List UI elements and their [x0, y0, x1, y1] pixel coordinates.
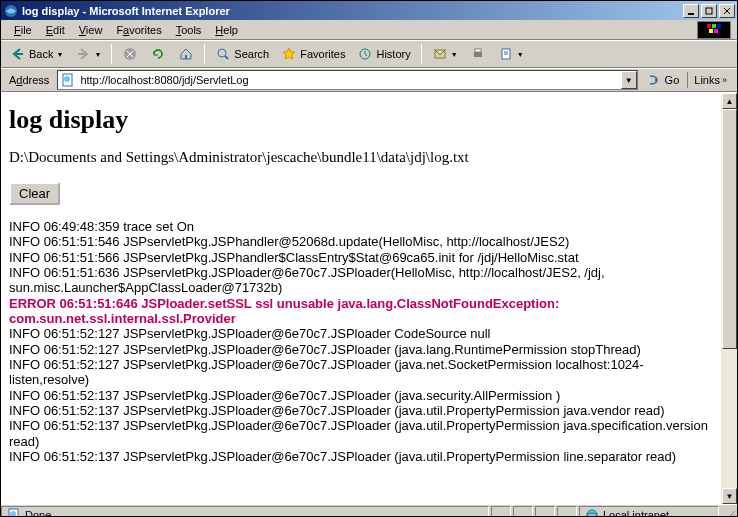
home-icon: [178, 46, 194, 62]
log-line: INFO 06:51:52:137 JSPservletPkg.JSPloade…: [9, 403, 711, 418]
status-text: Done: [25, 509, 51, 518]
menu-tools[interactable]: Tools: [169, 22, 209, 38]
vertical-scrollbar[interactable]: ▲ ▼: [721, 93, 737, 504]
favorites-label: Favorites: [300, 48, 345, 60]
svg-rect-8: [709, 29, 713, 33]
log-line: ERROR 06:51:51:646 JSPloader.setSSL ssl …: [9, 296, 711, 327]
toolbar-separator: [204, 44, 205, 64]
back-button[interactable]: Back ▼: [5, 43, 68, 65]
page-icon: [60, 72, 76, 88]
svg-point-26: [10, 511, 16, 517]
print-icon: [470, 46, 486, 62]
chevron-down-icon: ▼: [517, 51, 524, 58]
menu-view[interactable]: View: [72, 22, 110, 38]
back-arrow-icon: [10, 46, 26, 62]
ie-app-icon: [3, 3, 19, 19]
history-icon: [357, 46, 373, 62]
go-label: Go: [665, 74, 680, 86]
menu-favorites[interactable]: Favorites: [109, 22, 168, 38]
address-dropdown-arrow[interactable]: ▼: [621, 71, 637, 89]
chevron-down-icon: ▼: [94, 51, 101, 58]
favorites-button[interactable]: Favorites: [276, 43, 350, 65]
svg-rect-7: [717, 24, 721, 28]
status-main-pane: Done: [1, 506, 489, 518]
forward-button[interactable]: ▼: [70, 43, 106, 65]
refresh-icon: [150, 46, 166, 62]
menu-edit[interactable]: Edit: [39, 22, 72, 38]
address-field[interactable]: http://localhost:8080/jdj/ServletLog ▼: [57, 70, 637, 90]
log-line: INFO 06:51:52:137 JSPservletPkg.JSPloade…: [9, 418, 711, 449]
search-label: Search: [234, 48, 269, 60]
status-pane: [535, 506, 555, 518]
scroll-down-arrow[interactable]: ▼: [722, 488, 737, 504]
forward-arrow-icon: [75, 46, 91, 62]
status-pane: [513, 506, 533, 518]
content-area: log display D:\Documents and Settings\Ad…: [1, 92, 737, 504]
maximize-button[interactable]: [701, 4, 717, 18]
links-pane[interactable]: Links »: [687, 72, 733, 88]
star-icon: [281, 46, 297, 62]
svg-point-14: [218, 49, 226, 57]
log-line: INFO 06:51:51:566 JSPservletPkg.JSPhandl…: [9, 250, 711, 265]
log-line: INFO 06:51:52:127 JSPservletPkg.JSPloade…: [9, 357, 711, 388]
clear-button[interactable]: Clear: [9, 182, 60, 205]
resize-grip[interactable]: [721, 507, 737, 518]
toolbar-separator: [111, 44, 112, 64]
menu-bar: File Edit View Favorites Tools Help: [1, 20, 737, 40]
print-button[interactable]: [465, 43, 491, 65]
menu-file[interactable]: File: [7, 22, 39, 38]
zone-label: Local intranet: [603, 509, 669, 518]
refresh-button[interactable]: [145, 43, 171, 65]
log-line: INFO 06:51:52:127 JSPservletPkg.JSPloade…: [9, 342, 711, 357]
mail-button[interactable]: ▼: [427, 43, 463, 65]
svg-rect-19: [475, 49, 481, 52]
svg-rect-6: [712, 24, 716, 28]
chevron-down-icon: ▼: [56, 51, 63, 58]
back-label: Back: [29, 48, 53, 60]
close-button[interactable]: [719, 4, 735, 18]
address-url: http://localhost:8080/jdj/ServletLog: [78, 74, 620, 86]
home-button[interactable]: [173, 43, 199, 65]
log-line: INFO 06:51:52:137 JSPservletPkg.JSPloade…: [9, 388, 711, 403]
svg-point-24: [64, 76, 70, 82]
history-label: History: [376, 48, 410, 60]
log-line: INFO 06:49:48:359 trace set On: [9, 219, 711, 234]
security-zone-pane: Local intranet: [579, 506, 719, 518]
log-line: INFO 06:51:52:137 JSPservletPkg.JSPloade…: [9, 449, 711, 464]
log-output: INFO 06:49:48:359 trace set OnINFO 06:51…: [9, 219, 711, 464]
address-label: Address: [5, 74, 53, 86]
minimize-button[interactable]: [683, 4, 699, 18]
scroll-up-arrow[interactable]: ▲: [722, 93, 737, 109]
chevron-right-icon: »: [722, 75, 727, 85]
status-pane: [557, 506, 577, 518]
page-icon: [6, 507, 22, 518]
edit-button[interactable]: ▼: [493, 43, 529, 65]
svg-rect-5: [707, 24, 711, 28]
log-line: INFO 06:51:51:546 JSPservletPkg.JSPhandl…: [9, 234, 711, 249]
svg-rect-2: [706, 8, 712, 14]
history-button[interactable]: History: [352, 43, 415, 65]
stop-icon: [122, 46, 138, 62]
toolbar-separator: [421, 44, 422, 64]
page-content: log display D:\Documents and Settings\Ad…: [1, 93, 721, 504]
edit-icon: [498, 46, 514, 62]
log-line: INFO 06:51:52:127 JSPservletPkg.JSPloade…: [9, 326, 711, 341]
svg-line-29: [725, 511, 735, 518]
go-button[interactable]: Go: [642, 70, 684, 90]
status-pane: [491, 506, 511, 518]
menu-help[interactable]: Help: [208, 22, 245, 38]
svg-rect-18: [474, 52, 482, 57]
svg-line-15: [225, 56, 228, 59]
scroll-thumb[interactable]: [722, 109, 737, 349]
chevron-down-icon: ▼: [451, 51, 458, 58]
svg-rect-13: [185, 55, 187, 59]
address-bar: Address http://localhost:8080/jdj/Servle…: [1, 68, 737, 92]
scroll-track[interactable]: [722, 109, 737, 488]
search-button[interactable]: Search: [210, 43, 274, 65]
intranet-icon: [584, 507, 600, 518]
links-label: Links: [694, 74, 720, 86]
stop-button[interactable]: [117, 43, 143, 65]
svg-rect-1: [688, 13, 694, 15]
log-line: INFO 06:51:51:636 JSPservletPkg.JSPloade…: [9, 265, 711, 296]
status-bar: Done Local intranet: [1, 504, 737, 517]
